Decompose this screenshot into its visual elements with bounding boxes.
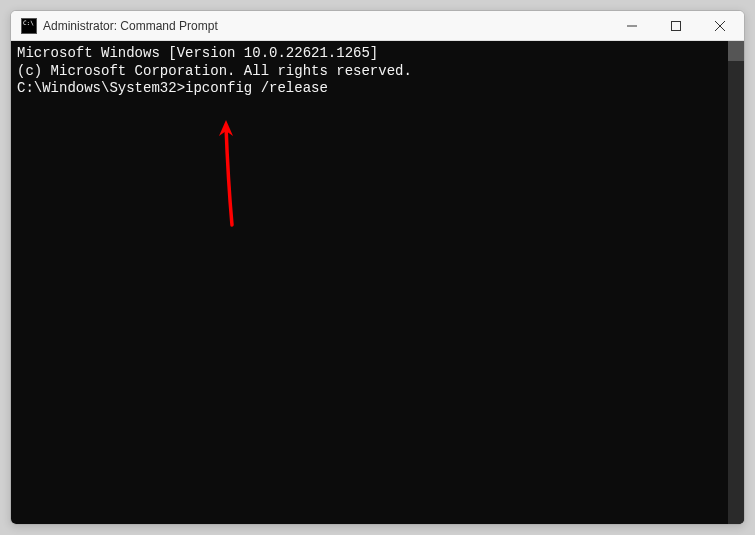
cmd-icon [21,18,37,34]
minimize-icon [627,21,637,31]
minimize-button[interactable] [610,11,654,40]
window-controls [610,11,742,40]
command-prompt-window: Administrator: Command Prompt Microsoft [10,10,745,525]
maximize-icon [671,21,681,31]
prompt-path: C:\Windows\System32> [17,80,185,96]
titlebar[interactable]: Administrator: Command Prompt [11,11,744,41]
svg-rect-1 [672,21,681,30]
window-title: Administrator: Command Prompt [43,19,610,33]
command-text: ipconfig /release [185,80,328,96]
maximize-button[interactable] [654,11,698,40]
close-icon [715,21,725,31]
terminal-area[interactable]: Microsoft Windows [Version 10.0.22621.12… [11,41,744,524]
version-line: Microsoft Windows [Version 10.0.22621.12… [17,45,738,63]
close-button[interactable] [698,11,742,40]
copyright-line: (c) Microsoft Corporation. All rights re… [17,63,738,81]
prompt-line: C:\Windows\System32>ipconfig /release [17,80,738,98]
scrollbar-thumb[interactable] [728,41,744,61]
terminal-scrollbar[interactable] [728,41,744,524]
